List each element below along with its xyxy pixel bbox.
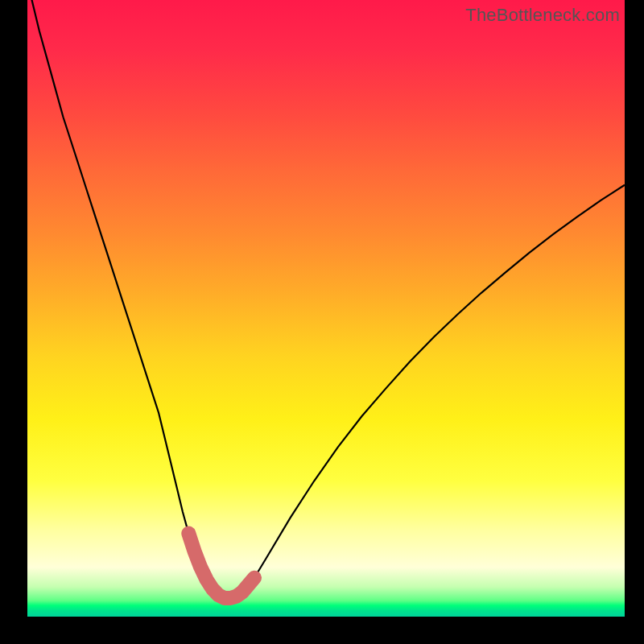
curve-path — [27, 0, 625, 598]
curve-highlight — [188, 534, 254, 598]
bottleneck-curve-plot — [27, 0, 625, 617]
